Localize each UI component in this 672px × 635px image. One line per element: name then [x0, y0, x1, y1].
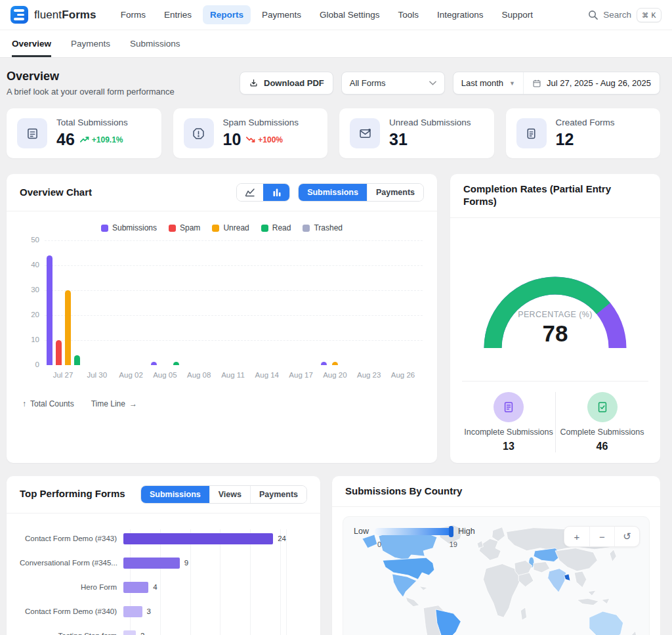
bar-submissions-jul-27[interactable] — [47, 255, 52, 365]
y-tick-label: 30 — [18, 286, 39, 294]
forms-filter-select[interactable]: All Forms — [341, 72, 445, 95]
tab-submissions[interactable]: Submissions — [141, 486, 209, 503]
bar-spam-jul-27[interactable] — [56, 340, 62, 365]
top-forms-chart: Contact Form Demo (#343)24Conversational… — [20, 527, 307, 635]
legend-color-chip — [212, 225, 219, 232]
trend-up-icon — [80, 136, 90, 143]
bar-read-jul-27[interactable] — [74, 355, 80, 365]
legend-color-chip — [101, 225, 108, 232]
line-chart-toggle-button[interactable] — [237, 184, 263, 201]
bar-track: 9 — [123, 558, 286, 569]
completion-gauge: PERCENTAGE (%) 78 — [473, 256, 637, 353]
incomplete-doc-icon — [494, 392, 524, 422]
subtab-submissions[interactable]: Submissions — [130, 30, 180, 57]
tab-submissions[interactable]: Submissions — [299, 184, 367, 201]
legend-item-submissions[interactable]: Submissions — [101, 223, 157, 232]
y-tick-label: 40 — [18, 261, 39, 269]
stat-value: 31 — [389, 130, 408, 149]
legend-label: Read — [272, 223, 291, 232]
top-form-row: Testing Step form2 — [20, 624, 307, 635]
download-pdf-button[interactable]: Download PDF — [240, 72, 333, 95]
stat-card-unread-submissions: Unread Submissions 31 — [339, 108, 494, 158]
search-label: Search — [603, 10, 631, 20]
x-tick-label: Aug 20 — [323, 371, 346, 379]
complete-submissions-stat: Complete Submissions 46 — [555, 392, 648, 452]
stat-delta-value: +109.1% — [92, 135, 123, 144]
top-forms-metric-toggle: Submissions Views Payments — [140, 485, 307, 504]
date-range-picker[interactable]: Jul 27, 2025 - Aug 26, 2025 — [524, 72, 660, 94]
bar-unread-jul-27[interactable] — [65, 290, 71, 365]
nav-item-payments[interactable]: Payments — [255, 5, 308, 24]
nav-item-support[interactable]: Support — [495, 5, 540, 24]
gridline — [45, 315, 423, 316]
bar-value-label: 9 — [184, 559, 188, 567]
legend-max-value: 19 — [450, 540, 457, 548]
subtab-overview[interactable]: Overview — [12, 30, 51, 57]
spam-alert-icon — [184, 118, 214, 148]
tab-payments[interactable]: Payments — [367, 184, 423, 201]
x-tick-label: Aug 26 — [391, 371, 415, 379]
form-submissions-bar[interactable] — [123, 582, 148, 593]
bar-submissions-aug-04[interactable] — [151, 362, 157, 365]
unread-mail-icon — [350, 118, 380, 148]
tab-payments[interactable]: Payments — [250, 486, 306, 503]
brand-prefix: fluent — [34, 9, 62, 21]
page-title: Overview — [7, 70, 175, 83]
subtab-payments[interactable]: Payments — [71, 30, 110, 57]
caret-down-icon: ▼ — [509, 80, 515, 87]
search-shortcut-badge: ⌘ K — [637, 8, 662, 22]
bar-unread-aug-20[interactable] — [332, 362, 338, 365]
form-submissions-bar[interactable] — [123, 606, 142, 617]
legend-item-spam[interactable]: Spam — [169, 223, 200, 232]
form-submissions-bar[interactable] — [123, 533, 273, 544]
nav-item-tools[interactable]: Tools — [391, 5, 427, 24]
brand-name: fluentForms — [34, 9, 96, 22]
overview-chart-plot: 01020304050Jul 27Jul 30Aug 02Aug 05Aug 0… — [18, 240, 425, 391]
reset-zoom-button[interactable]: ↺ — [614, 527, 639, 546]
period-preset-select[interactable]: Last month ▼ — [453, 72, 524, 94]
form-submissions-bar[interactable] — [123, 558, 180, 569]
created-form-icon — [516, 118, 547, 148]
nav-item-forms[interactable]: Forms — [114, 5, 153, 24]
line-chart-icon — [245, 188, 255, 197]
overview-chart-legend: SubmissionsSpamUnreadReadTrashed — [18, 223, 425, 232]
chart-type-toggle — [236, 183, 290, 202]
x-tick-label: Jul 27 — [53, 371, 74, 379]
legend-item-unread[interactable]: Unread — [212, 223, 249, 232]
brand[interactable]: fluentForms — [10, 6, 96, 24]
bar-chart-icon — [272, 188, 282, 197]
x-tick-label: Jul 30 — [87, 371, 107, 379]
world-map-panel[interactable]: Low High 0 19 + − ↺ — [343, 516, 650, 635]
nav-item-entries[interactable]: Entries — [157, 5, 199, 24]
submissions-by-country-card: Submissions By Country — [332, 476, 660, 635]
x-tick-label: Aug 05 — [153, 371, 177, 379]
legend-item-trashed[interactable]: Trashed — [303, 223, 343, 232]
nav-item-global-settings[interactable]: Global Settings — [312, 5, 387, 24]
bar-track: 24 — [123, 533, 286, 544]
search-control[interactable]: Search ⌘ K — [588, 8, 662, 22]
bar-value-label: 24 — [278, 535, 286, 542]
legend-item-read[interactable]: Read — [261, 223, 291, 232]
zoom-in-button[interactable]: + — [564, 527, 589, 546]
bar-read-aug-06[interactable] — [173, 362, 179, 365]
bar-chart-toggle-button[interactable] — [263, 184, 289, 201]
legend-handle[interactable] — [449, 526, 453, 537]
form-submissions-bar[interactable] — [123, 630, 136, 635]
bar-value-label: 3 — [147, 607, 151, 615]
legend-color-chip — [169, 225, 176, 232]
country-united-states — [383, 558, 434, 579]
top-navigation-bar: fluentForms Forms Entries Reports Paymen… — [0, 0, 672, 30]
top-form-row: Contact Form Demo (#340)3 — [20, 600, 307, 624]
zoom-out-button[interactable]: − — [589, 527, 614, 546]
x-tick-label: Aug 23 — [357, 371, 381, 379]
bar-submissions-aug-19[interactable] — [321, 362, 327, 365]
stat-delta: +109.1% — [80, 135, 123, 144]
tab-views[interactable]: Views — [209, 486, 250, 503]
nav-item-integrations[interactable]: Integrations — [430, 5, 491, 24]
top-form-row: Hero Form4 — [20, 575, 307, 600]
x-tick-label: Aug 11 — [221, 371, 245, 379]
top-forms-rows: Contact Form Demo (#343)24Conversational… — [20, 527, 307, 635]
nav-item-reports[interactable]: Reports — [203, 5, 251, 24]
y-tick-label: 10 — [18, 336, 39, 343]
main-nav: Forms Entries Reports Payments Global Se… — [114, 5, 540, 24]
